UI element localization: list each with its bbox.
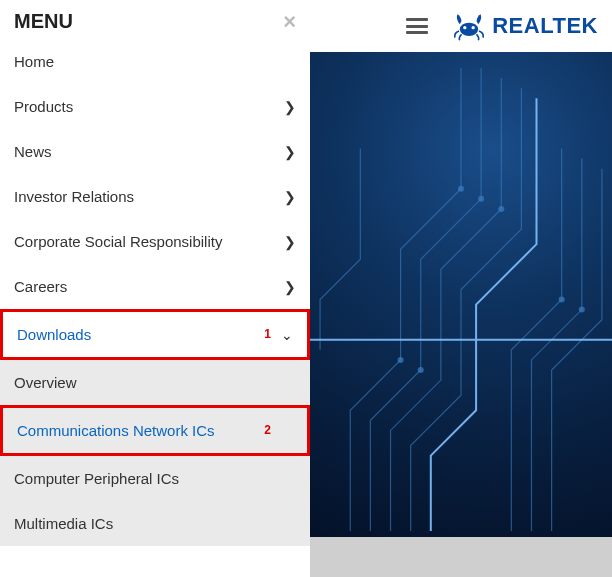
menu-item-label: Careers xyxy=(14,278,67,295)
brand-logo[interactable]: REALTEK xyxy=(452,11,598,41)
menu-item-csr[interactable]: Corporate Social Responsibility ❯ xyxy=(0,219,310,264)
submenu-item-multimedia-ics[interactable]: Multimedia ICs xyxy=(0,501,310,546)
chevron-down-icon: ⌄ xyxy=(281,327,293,343)
chevron-right-icon: ❯ xyxy=(284,234,296,250)
chevron-right-icon: ❯ xyxy=(284,189,296,205)
submenu-item-label: Communications Network ICs xyxy=(17,422,215,439)
submenu-item-label: Overview xyxy=(14,374,77,391)
svg-point-9 xyxy=(418,367,424,373)
submenu-item-label: Computer Peripheral ICs xyxy=(14,470,179,487)
svg-point-0 xyxy=(460,23,478,36)
submenu-item-label: Multimedia ICs xyxy=(14,515,113,532)
menu-item-label: Home xyxy=(14,53,54,70)
chevron-right-icon: ❯ xyxy=(284,99,296,115)
svg-point-2 xyxy=(472,26,475,29)
hero-background xyxy=(310,52,612,537)
menu-item-downloads[interactable]: Downloads 1 ⌄ xyxy=(0,309,310,360)
site-header: REALTEK xyxy=(310,0,612,52)
svg-point-8 xyxy=(398,357,404,363)
annotation-badge: 1 xyxy=(264,326,271,340)
chevron-right-icon: ❯ xyxy=(284,279,296,295)
menu-list: Home Products ❯ News ❯ Investor Relation… xyxy=(0,39,310,546)
svg-point-1 xyxy=(463,26,466,29)
svg-point-5 xyxy=(498,206,504,212)
hamburger-menu-icon[interactable] xyxy=(406,18,428,34)
menu-item-home[interactable]: Home xyxy=(0,39,310,84)
menu-item-news[interactable]: News ❯ xyxy=(0,129,310,174)
annotation-badge: 2 xyxy=(264,422,271,436)
svg-point-4 xyxy=(478,196,484,202)
chevron-right-icon: ❯ xyxy=(284,144,296,160)
menu-item-label: Corporate Social Responsibility xyxy=(14,233,222,250)
menu-panel: MENU × Home Products ❯ News ❯ Investor R… xyxy=(0,0,310,577)
svg-point-6 xyxy=(559,297,565,303)
menu-item-label: Downloads xyxy=(17,326,91,343)
svg-point-3 xyxy=(458,186,464,192)
menu-item-products[interactable]: Products ❯ xyxy=(0,84,310,129)
footer-bar xyxy=(310,537,612,577)
submenu-item-computer-peripheral-ics[interactable]: Computer Peripheral ICs xyxy=(0,456,310,501)
brand-name: REALTEK xyxy=(492,13,598,39)
menu-item-careers[interactable]: Careers ❯ xyxy=(0,264,310,309)
menu-item-label: Products xyxy=(14,98,73,115)
close-icon[interactable]: × xyxy=(283,11,296,33)
submenu-item-overview[interactable]: Overview xyxy=(0,360,310,405)
menu-header: MENU × xyxy=(0,0,310,39)
menu-item-investor-relations[interactable]: Investor Relations ❯ xyxy=(0,174,310,219)
svg-point-7 xyxy=(579,307,585,313)
submenu-downloads: Overview Communications Network ICs 2 Co… xyxy=(0,360,310,546)
menu-item-label: News xyxy=(14,143,52,160)
menu-title: MENU xyxy=(14,10,73,33)
realtek-crab-icon xyxy=(452,11,486,41)
submenu-item-comm-network-ics[interactable]: Communications Network ICs 2 xyxy=(0,405,310,456)
menu-item-label: Investor Relations xyxy=(14,188,134,205)
